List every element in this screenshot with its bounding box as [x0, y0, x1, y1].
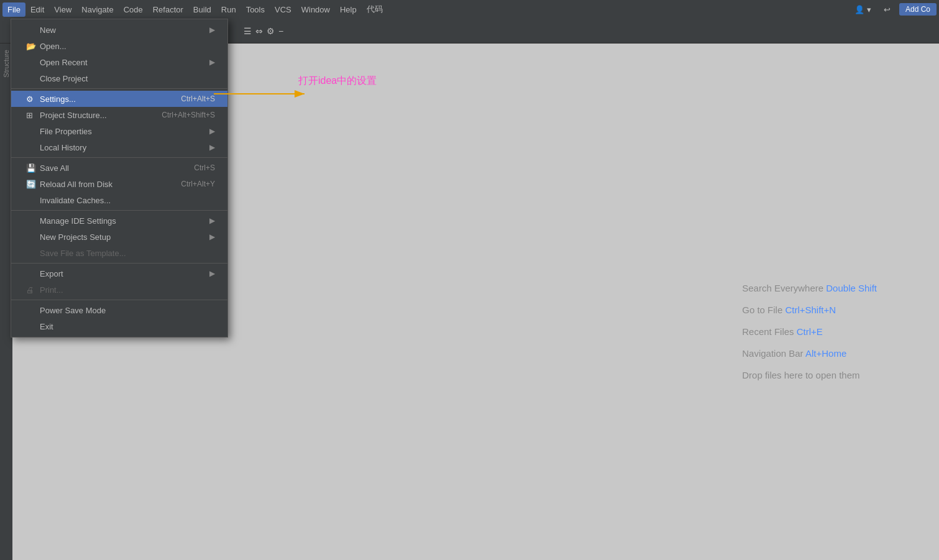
hint-recent: Recent Files Ctrl+E — [742, 326, 877, 336]
settings-shortcut: Ctrl+Alt+S — [181, 94, 215, 103]
new-projects-arrow: ▶ — [209, 232, 215, 241]
file-dropdown-menu: New ▶ 📂 Open... Open Recent ▶ Close Proj… — [11, 19, 228, 337]
toolbar-icon-list[interactable]: ☰ — [244, 26, 252, 36]
git-icon[interactable]: ↩ — [880, 4, 894, 16]
menu-item-save-template-label: Save File as Template... — [40, 249, 126, 258]
menubar: File Edit View Navigate Code Refactor Bu… — [0, 0, 939, 19]
manage-ide-arrow: ▶ — [209, 216, 215, 225]
export-arrow: ▶ — [209, 269, 215, 278]
menu-item-exit[interactable]: Exit — [11, 318, 227, 334]
open-recent-arrow: ▶ — [209, 58, 215, 67]
settings-icon: ⚙ — [26, 94, 36, 104]
menu-item-invalidate-caches[interactable]: Invalidate Caches... — [11, 192, 227, 208]
menu-item-local-history-label: Local History — [40, 143, 86, 152]
menu-item-settings-label: Settings... — [40, 94, 76, 104]
menu-item-export-label: Export — [40, 269, 63, 278]
menu-item-new[interactable]: New ▶ — [11, 22, 227, 38]
annotation-arrow — [211, 89, 311, 101]
hint-drop-label: Drop files here to open them — [742, 369, 859, 380]
menu-item-file-properties[interactable]: File Properties ▶ — [11, 123, 227, 139]
menu-item-open-recent[interactable]: Open Recent ▶ — [11, 54, 227, 70]
menu-item-project-structure[interactable]: ⊞ Project Structure... Ctrl+Alt+Shift+S — [11, 107, 227, 123]
open-icon: 📂 — [26, 42, 36, 51]
hint-navbar-shortcut: Alt+Home — [805, 347, 846, 358]
menu-item-save-template[interactable]: Save File as Template... — [11, 245, 227, 261]
save-all-shortcut: Ctrl+S — [194, 163, 215, 172]
new-arrow: ▶ — [209, 25, 215, 34]
save-all-icon: 💾 — [26, 163, 36, 173]
hint-navbar: Navigation Bar Alt+Home — [742, 347, 877, 358]
menu-item-project-structure-label: Project Structure... — [40, 111, 107, 120]
menu-item-export[interactable]: Export ▶ — [11, 265, 227, 282]
menubar-navigate[interactable]: Navigate — [76, 2, 118, 17]
menubar-tools[interactable]: Tools — [241, 2, 270, 17]
reload-shortcut: Ctrl+Alt+Y — [181, 180, 215, 188]
hint-search-shortcut: Double Shift — [826, 282, 877, 293]
menubar-code[interactable]: Code — [119, 2, 148, 17]
menu-item-close-project-label: Close Project — [40, 74, 88, 83]
separator-5 — [11, 300, 227, 300]
file-properties-arrow: ▶ — [209, 127, 215, 135]
menu-item-invalidate-caches-label: Invalidate Caches... — [40, 196, 111, 205]
menu-item-new-projects[interactable]: New Projects Setup ▶ — [11, 229, 227, 245]
project-structure-shortcut: Ctrl+Alt+Shift+S — [162, 111, 215, 119]
menu-item-print-label: Print... — [40, 285, 63, 295]
center-hints: Search Everywhere Double Shift Go to Fil… — [742, 282, 877, 380]
separator-3 — [11, 210, 227, 211]
menu-item-reload[interactable]: 🔄 Reload All from Disk Ctrl+Alt+Y — [11, 176, 227, 192]
project-structure-icon: ⊞ — [26, 111, 36, 120]
menu-item-save-all[interactable]: 💾 Save All Ctrl+S — [11, 160, 227, 176]
hint-search-label: Search Everywhere — [742, 282, 826, 293]
menu-item-manage-ide[interactable]: Manage IDE Settings ▶ — [11, 213, 227, 229]
menu-item-exit-label: Exit — [40, 322, 53, 331]
menu-item-open-label: Open... — [40, 42, 66, 51]
menubar-view[interactable]: View — [49, 2, 76, 17]
menubar-file[interactable]: File — [2, 2, 25, 17]
menu-item-power-save-label: Power Save Mode — [40, 306, 106, 315]
menu-item-new-label: New — [40, 25, 56, 35]
menu-item-new-projects-label: New Projects Setup — [40, 232, 111, 242]
menu-item-reload-label: Reload All from Disk — [40, 180, 112, 189]
hint-goto-shortcut: Ctrl+Shift+N — [785, 304, 836, 314]
menubar-help[interactable]: Help — [335, 2, 362, 17]
hint-search: Search Everywhere Double Shift — [742, 282, 877, 293]
menu-item-close-project[interactable]: Close Project — [11, 70, 227, 86]
reload-icon: 🔄 — [26, 180, 36, 189]
hint-goto-label: Go to File — [742, 304, 785, 314]
hint-drop: Drop files here to open them — [742, 369, 877, 380]
toolbar-icon-gear[interactable]: ⚙ — [267, 26, 275, 36]
account-icon[interactable]: 👤 ▾ — [851, 4, 875, 16]
sidebar-structure-label[interactable]: Structure — [2, 50, 10, 78]
menubar-refactor[interactable]: Refactor — [148, 2, 188, 17]
menu-item-open-recent-label: Open Recent — [40, 58, 88, 67]
menubar-code-cn[interactable]: 代码 — [362, 1, 388, 17]
menubar-run[interactable]: Run — [216, 2, 241, 17]
hint-navbar-label: Navigation Bar — [742, 347, 805, 358]
menu-item-open[interactable]: 📂 Open... — [11, 38, 227, 54]
menu-item-print[interactable]: 🖨 Print... — [11, 282, 227, 298]
menu-item-local-history[interactable]: Local History ▶ — [11, 139, 227, 155]
menu-item-power-save[interactable]: Power Save Mode — [11, 302, 227, 318]
menu-item-save-all-label: Save All — [40, 163, 69, 173]
menu-item-settings[interactable]: ⚙ Settings... Ctrl+Alt+S — [11, 91, 227, 107]
hint-goto: Go to File Ctrl+Shift+N — [742, 304, 877, 314]
hint-recent-label: Recent Files — [742, 326, 797, 336]
menubar-window[interactable]: Window — [296, 2, 335, 17]
print-icon: 🖨 — [26, 285, 36, 295]
annotation-text: 打开idea中的设置 — [298, 75, 377, 88]
add-co-button[interactable]: Add Co — [899, 3, 937, 16]
menubar-right: 👤 ▾ ↩ Add Co — [851, 3, 937, 16]
separator-2 — [11, 157, 227, 158]
local-history-arrow: ▶ — [209, 143, 215, 152]
hint-recent-shortcut: Ctrl+E — [797, 326, 823, 336]
menubar-build[interactable]: Build — [188, 2, 216, 17]
menubar-edit[interactable]: Edit — [25, 2, 49, 17]
separator-1 — [11, 88, 227, 89]
menu-item-file-properties-label: File Properties — [40, 127, 92, 136]
menubar-vcs[interactable]: VCS — [270, 2, 296, 17]
separator-4 — [11, 263, 227, 264]
toolbar-icon-split[interactable]: ⇔ — [255, 26, 263, 36]
menu-item-manage-ide-label: Manage IDE Settings — [40, 216, 116, 226]
toolbar-icon-minus[interactable]: − — [278, 26, 283, 36]
